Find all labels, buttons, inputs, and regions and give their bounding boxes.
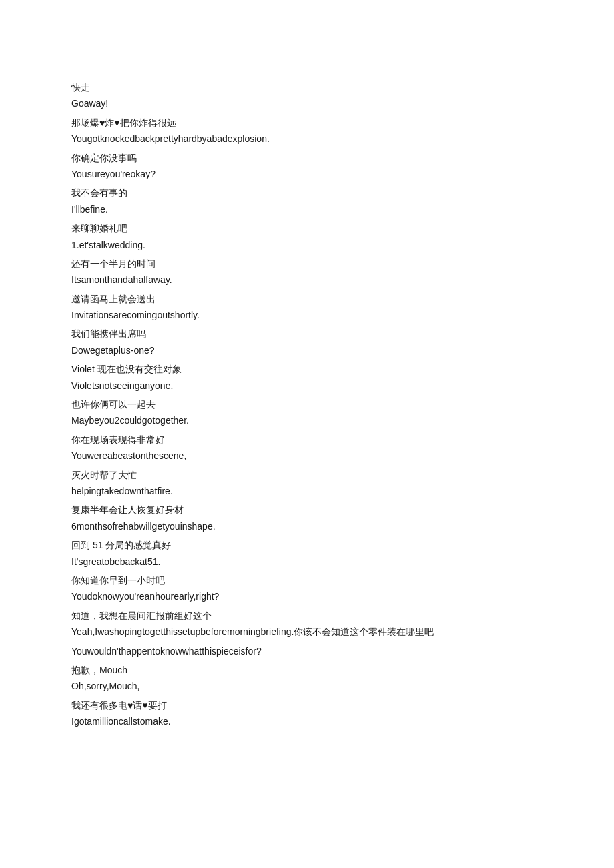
line-pair-15: 你知道你早到一小时吧 Youdoknowyou'reanhourearly,ri… [71,573,543,604]
english-text-3: Yousureyou'reokay? [71,167,543,181]
chinese-text-10: 也许你俩可以一起去 [71,397,543,412]
chinese-text-2: 那场爆♥炸♥把你炸得很远 [71,115,543,130]
line-pair-12: 灭火时帮了大忙 helpingtakedownthatfire. [71,468,543,499]
line-pair-11: 你在现场表现得非常好 Youwereabeastonthescene, [71,432,543,464]
english-text-12: helpingtakedownthatfire. [71,484,543,498]
english-text-2: Yougotknockedbackprettyhardbyabadexplosi… [71,131,543,146]
chinese-text-12: 灭火时帮了大忙 [71,468,543,482]
english-text-10: Maybeyou2couldgotogether. [71,413,543,428]
chinese-text-17: Youwouldn'thappentoknowwhatthispieceisfo… [71,644,543,659]
english-text-6: Itsamonthandahalfaway. [71,272,543,287]
line-pair-8: 我们能携伴出席吗 Dowegetaplus-one? [71,326,543,358]
line-pair-9: Violet 现在也没有交往对象 Violetsnotseeinganyone. [71,362,543,393]
english-text-5: 1.et'stalkwedding. [71,238,543,252]
chinese-text-13: 复康半年会让人恢复好身材 [71,502,543,517]
chinese-text-14: 回到 51 分局的感觉真好 [71,538,543,552]
line-pair-3: 你确定你没事吗 Yousureyou'reokay? [71,151,543,182]
english-text-9: Violetsnotseeinganyone. [71,378,543,393]
line-pair-10: 也许你俩可以一起去 Maybeyou2couldgotogether. [71,397,543,428]
content-container: 快走 Goaway! 那场爆♥炸♥把你炸得很远 Yougotknockedbac… [71,80,543,729]
english-text-14: It'sgreatobebackat51. [71,554,543,569]
english-text-16: Yeah,Iwashopingtogetthissetupbeforemorni… [71,624,543,639]
english-text-19: Igotamillioncallstomake. [71,714,543,729]
line-pair-6: 还有一个半月的时间 Itsamonthandahalfaway. [71,256,543,288]
english-text-11: Youwereabeastonthescene, [71,448,543,463]
line-pair-16: 知道，我想在晨间汇报前组好这个 Yeah,Iwashopingtogetthis… [71,608,543,640]
line-pair-5: 来聊聊婚礼吧 1.et'stalkwedding. [71,221,543,252]
chinese-text-4: 我不会有事的 [71,185,543,200]
chinese-text-18: 抱歉，Mouch [71,663,543,677]
english-text-13: 6monthsofrehabwillgetyouinshape. [71,519,543,534]
english-text-1: Goaway! [71,96,543,111]
english-text-8: Dowegetaplus-one? [71,343,543,358]
line-pair-17: Youwouldn'thappentoknowwhatthispieceisfo… [71,644,543,659]
chinese-text-16: 知道，我想在晨间汇报前组好这个 [71,608,543,623]
chinese-text-3: 你确定你没事吗 [71,151,543,165]
chinese-text-9: Violet 现在也没有交往对象 [71,362,543,376]
line-pair-4: 我不会有事的 I'llbefine. [71,185,543,217]
english-text-7: Invitationsarecomingoutshortly. [71,308,543,322]
line-pair-18: 抱歉，Mouch Oh,sorry,Mouch, [71,663,543,694]
chinese-text-8: 我们能携伴出席吗 [71,326,543,341]
line-pair-7: 邀请函马上就会送出 Invitationsarecomingoutshortly… [71,292,543,323]
english-text-15: Youdoknowyou'reanhourearly,right? [71,589,543,604]
line-pair-13: 复康半年会让人恢复好身材 6monthsofrehabwillgetyouins… [71,502,543,534]
line-pair-2: 那场爆♥炸♥把你炸得很远 Yougotknockedbackprettyhard… [71,115,543,147]
english-text-4: I'llbefine. [71,202,543,217]
chinese-text-19: 我还有很多电♥话♥要打 [71,698,543,713]
chinese-text-15: 你知道你早到一小时吧 [71,573,543,588]
chinese-text-11: 你在现场表现得非常好 [71,432,543,447]
line-pair-1: 快走 Goaway! [71,80,543,111]
chinese-text-6: 还有一个半月的时间 [71,256,543,271]
english-text-18: Oh,sorry,Mouch, [71,679,543,693]
chinese-text-1: 快走 [71,80,543,95]
line-pair-19: 我还有很多电♥话♥要打 Igotamillioncallstomake. [71,698,543,729]
chinese-text-5: 来聊聊婚礼吧 [71,221,543,236]
line-pair-14: 回到 51 分局的感觉真好 It'sgreatobebackat51. [71,538,543,569]
chinese-text-7: 邀请函马上就会送出 [71,292,543,306]
